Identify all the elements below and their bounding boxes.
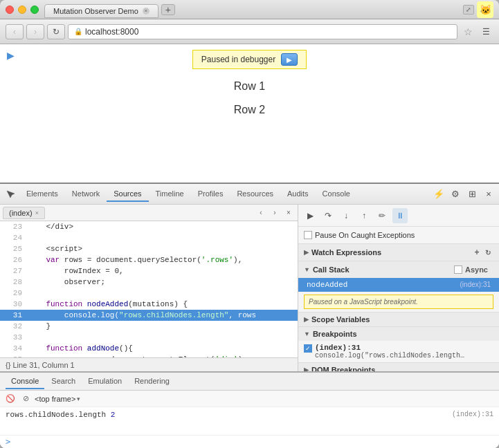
bookmark-button[interactable]: ☆ — [460, 24, 475, 39]
pause-exceptions-checkbox[interactable] — [304, 231, 312, 239]
call-stack-item-nodeadded[interactable]: nodeAdded (index):31 — [298, 278, 499, 292]
dom-bp-arrow-icon: ▶ — [304, 366, 309, 371]
devtools-close-button[interactable]: × — [481, 187, 496, 202]
inspect-element-button[interactable] — [3, 187, 18, 202]
watch-arrow-icon: ▶ — [304, 249, 309, 256]
call-stack-label: Call Stack — [313, 265, 350, 274]
console-input[interactable] — [13, 438, 493, 446]
devtools-right-buttons: ⚡ ⚙ ⊞ × — [431, 187, 496, 202]
menu-button[interactable]: ☰ — [478, 24, 493, 39]
browser-window: Mutation Observer Demo × + ⤢ 🐱 ‹ › ↻ 🔒 l… — [0, 0, 499, 448]
scope-variables-section: ▶ Scope Variables — [298, 312, 499, 327]
watch-expressions-label: Watch Expressions — [311, 248, 381, 256]
lock-icon: 🔒 — [74, 28, 82, 35]
scope-arrow-icon: ▶ — [304, 316, 309, 323]
reload-button[interactable]: ↻ — [47, 24, 65, 39]
dom-breakpoints-header[interactable]: ▶ DOM Breakpoints — [298, 363, 499, 371]
resume-icon: ▶ — [287, 56, 292, 64]
scope-variables-header[interactable]: ▶ Scope Variables — [298, 312, 499, 326]
console-tab-console[interactable]: Console — [6, 374, 44, 389]
devtools-stack-icon[interactable]: ⚡ — [431, 187, 446, 202]
tab-timeline[interactable]: Timeline — [149, 187, 191, 202]
tab-elements[interactable]: Elements — [19, 187, 65, 202]
page-content: ▶ Paused in debugger ▶ Row 1 Row 2 — [0, 44, 499, 448]
frame-selector[interactable]: <top frame> ▾ — [35, 395, 80, 403]
source-panel: (index) × ‹ › × 23 </div> — [0, 205, 499, 371]
pause-button[interactable]: ⏸ — [392, 208, 408, 223]
dom-breakpoints-label: DOM Breakpoints — [311, 366, 375, 371]
devtools-settings-button[interactable]: ⚙ — [448, 187, 463, 202]
code-area[interactable]: 23 </div> 24 25 <script> 26 — [0, 221, 298, 357]
traffic-lights — [6, 6, 39, 14]
tab-audits[interactable]: Audits — [280, 187, 316, 202]
step-into-button[interactable]: ↓ — [338, 208, 354, 223]
source-tab-right-controls: ‹ › × — [255, 207, 295, 219]
source-right-arrow[interactable]: › — [269, 207, 281, 219]
add-watch-button[interactable]: + — [471, 247, 482, 258]
close-button[interactable] — [6, 6, 14, 14]
console-tab-search[interactable]: Search — [46, 374, 81, 389]
tab-profiles[interactable]: Profiles — [191, 187, 230, 202]
console-section: Console Search Emulation Rendering 🚫 ⊘ <… — [0, 371, 499, 448]
breakpoints-header[interactable]: ▼ Breakpoints — [298, 327, 499, 341]
source-file-tab[interactable]: (index) × — [3, 207, 45, 219]
source-file-name: (index) — [9, 209, 33, 217]
browser-tab[interactable]: Mutation Observer Demo × — [44, 4, 158, 18]
status-text: {} Line 31, Column 1 — [6, 361, 75, 369]
source-left-arrow[interactable]: ‹ — [255, 207, 267, 219]
devtools-toolbar: Elements Network Sources Timeline Profil… — [0, 184, 499, 205]
tab-resources[interactable]: Resources — [230, 187, 280, 202]
code-line-25: 25 <script> — [0, 243, 298, 254]
async-checkbox[interactable] — [454, 265, 462, 274]
forward-button[interactable]: › — [26, 24, 44, 39]
new-tab-button[interactable]: + — [161, 4, 175, 15]
breakpoint-content: (index):31 console.log("rows.childNodes.… — [315, 344, 467, 360]
tab-title: Mutation Observer Demo — [53, 7, 138, 15]
resume-button[interactable]: ▶ — [281, 53, 298, 66]
code-line-33: 33 — [0, 332, 298, 343]
code-line-34: 34 function addNode(){ — [0, 343, 298, 354]
tab-sources[interactable]: Sources — [107, 187, 148, 202]
console-source-ref[interactable]: (index):31 — [452, 411, 493, 419]
scope-variables-label: Scope Variables — [311, 315, 370, 324]
back-button[interactable]: ‹ — [6, 24, 24, 39]
source-close-x[interactable]: × — [282, 207, 295, 219]
breakpoints-section: ▼ Breakpoints ✓ (index):31 console.log("… — [298, 327, 499, 363]
call-stack-header[interactable]: ▼ Call Stack Async — [298, 261, 499, 278]
minimize-button[interactable] — [18, 6, 26, 14]
watch-expressions-section: ▶ Watch Expressions + ↻ — [298, 244, 499, 261]
tab-network[interactable]: Network — [65, 187, 107, 202]
deactivate-breakpoints-button[interactable]: ✏ — [374, 208, 390, 223]
maximize-button[interactable] — [30, 6, 39, 14]
console-tab-rendering[interactable]: Rendering — [129, 374, 175, 389]
tab-close-button[interactable]: × — [143, 8, 149, 15]
dom-breakpoints-section: ▶ DOM Breakpoints — [298, 363, 499, 371]
console-tabs: Console Search Emulation Rendering — [0, 373, 499, 391]
watch-expressions-header[interactable]: ▶ Watch Expressions + ↻ — [298, 244, 499, 261]
tab-console[interactable]: Console — [316, 187, 357, 202]
refresh-watch-button[interactable]: ↻ — [482, 247, 493, 258]
filter-console-button[interactable]: ⊘ — [19, 393, 32, 405]
console-input-line: > — [0, 435, 499, 448]
source-tab-close[interactable]: × — [35, 209, 39, 216]
frame-text: <top frame> — [35, 395, 75, 403]
debug-panel: ▶ ↷ ↓ ↑ ✏ ⏸ Pause On Caught Exceptions — [298, 205, 499, 371]
breakpoint-checkbox[interactable]: ✓ — [304, 344, 312, 353]
back-icon: ‹ — [13, 27, 16, 37]
code-line-32: 32 } — [0, 321, 298, 332]
step-over-button[interactable]: ↷ — [320, 208, 336, 223]
async-checkbox-row: Async — [448, 264, 493, 275]
address-bar[interactable]: 🔒 localhost:8000 — [68, 24, 457, 39]
play-indicator: ▶ — [7, 50, 15, 61]
console-tab-emulation[interactable]: Emulation — [82, 374, 127, 389]
clear-console-button[interactable]: 🚫 — [4, 393, 17, 405]
resume-execution-button[interactable]: ▶ — [302, 208, 318, 223]
code-line-31: 31 console.log("rows.childNodes.length",… — [0, 310, 298, 321]
code-line-24: 24 — [0, 232, 298, 243]
breakpoints-label: Breakpoints — [313, 330, 357, 338]
restore-button[interactable]: ⤢ — [463, 5, 474, 15]
devtools-dock-button[interactable]: ⊞ — [464, 187, 480, 202]
step-out-button[interactable]: ↑ — [356, 208, 372, 223]
devtools-panel: Elements Network Sources Timeline Profil… — [0, 183, 499, 448]
reload-icon: ↻ — [53, 27, 60, 37]
